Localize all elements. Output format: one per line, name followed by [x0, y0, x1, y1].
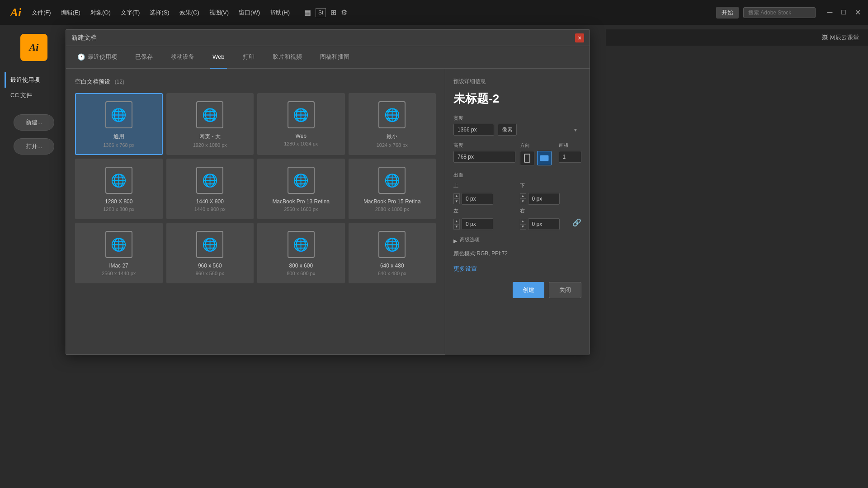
- more-settings-link[interactable]: 更多设置: [453, 265, 581, 273]
- restore-button[interactable]: □: [839, 7, 849, 18]
- menu-edit[interactable]: 编辑(E): [57, 7, 85, 19]
- orientation-buttons: [520, 151, 552, 165]
- bleed-right-down[interactable]: ▼: [520, 224, 526, 230]
- tab-saved[interactable]: 已保存: [133, 46, 155, 69]
- bleed-top-stepper: ▲ ▼: [453, 193, 460, 204]
- bleed-right-up[interactable]: ▲: [520, 219, 526, 224]
- bleed-right-input[interactable]: [528, 218, 560, 230]
- landscape-button[interactable]: [537, 151, 552, 165]
- toolbar-icon-settings[interactable]: ⚙: [341, 8, 347, 17]
- bleed-bottom-up[interactable]: ▲: [520, 193, 526, 199]
- search-input[interactable]: [743, 7, 816, 18]
- preset-item-1440-900[interactable]: 🌐 1440 X 900 1440 x 900 px: [166, 159, 254, 219]
- tab-film[interactable]: 胶片和视频: [270, 46, 304, 69]
- preset-item-mbp15[interactable]: 🌐 MacBook Pro 15 Retina 2880 x 1800 px: [349, 159, 436, 219]
- toolbar-icon-st[interactable]: St: [316, 8, 326, 17]
- preset-item-800-600[interactable]: 🌐 800 x 600 800 x 600 px: [257, 223, 345, 283]
- menu-file[interactable]: 文件(F): [27, 7, 56, 19]
- create-button[interactable]: 创建: [513, 282, 544, 298]
- preset-size-7: 2880 x 1800 px: [375, 206, 409, 212]
- portrait-button[interactable]: [520, 151, 534, 165]
- tab-recent[interactable]: 🕐 最近使用项: [75, 46, 119, 69]
- right-panel: 预设详细信息 未标题-2 宽度 像素 ▼ 高度: [445, 69, 590, 355]
- bleed-right-stepper: ▲ ▼: [520, 219, 526, 230]
- bleed-top-input[interactable]: [462, 193, 493, 205]
- globe-icon-6: 🌐: [202, 173, 218, 188]
- preset-name-9: 960 x 560: [198, 263, 222, 269]
- preset-item-small[interactable]: 🌐 最小 1024 x 768 px: [349, 93, 436, 155]
- preset-item-mbp13[interactable]: 🌐 MacBook Pro 13 Retina 2560 x 1600 px: [257, 159, 345, 219]
- app-logo: Ai: [5, 0, 27, 25]
- preset-item-web-large[interactable]: 🌐 网页 - 大 868 x 488 px: [166, 93, 254, 155]
- preset-item-general[interactable]: 🌐 通用 1366 x 768 px: [75, 93, 163, 155]
- bleed-bottom-input-row: ▲ ▼: [520, 193, 582, 205]
- artboard-input[interactable]: [559, 151, 581, 163]
- link-constrain-icon[interactable]: 🔗: [572, 218, 581, 227]
- width-field-row: 宽度 像素 ▼: [453, 115, 581, 136]
- preset-item-1280-800[interactable]: 🌐 1280 X 800 1280 x 800 px: [75, 159, 163, 219]
- width-input-row: 像素 ▼: [453, 124, 581, 136]
- preset-name-2: Web: [296, 133, 307, 139]
- watermark-bar: 🖼 网辰云课堂: [606, 29, 868, 46]
- bleed-bottom-stepper: ▲ ▼: [520, 193, 526, 204]
- tab-mobile[interactable]: 移动设备: [169, 46, 197, 69]
- direction-label: 方向: [520, 142, 552, 149]
- menu-view[interactable]: 视图(V): [205, 7, 233, 19]
- tab-print[interactable]: 打印: [241, 46, 257, 69]
- content-area: 空白文档预设 (12) 🌐 通用 1366 x 768 px 🌐: [66, 69, 445, 355]
- menu-effect[interactable]: 效果(C): [175, 7, 204, 19]
- new-button[interactable]: 新建...: [14, 114, 54, 131]
- preset-item-web[interactable]: 🌐 Web 1280 x 1024 px: [257, 93, 345, 155]
- menu-window[interactable]: 窗口(W): [234, 7, 264, 19]
- toolbar-icon-1[interactable]: ▦: [304, 8, 311, 17]
- dialog-close-button[interactable]: ×: [575, 33, 584, 42]
- advanced-options-row[interactable]: ▶ 高级选项: [453, 236, 581, 245]
- advanced-label: 高级选项: [460, 236, 480, 243]
- tab-illustration[interactable]: 图稿和插图: [318, 46, 352, 69]
- height-input[interactable]: [453, 151, 515, 163]
- close-window-button[interactable]: ✕: [852, 7, 863, 18]
- menu-text[interactable]: 文字(T): [116, 7, 145, 19]
- panel-doc-title[interactable]: 未标题-2: [453, 91, 581, 107]
- bleed-bottom-down[interactable]: ▼: [520, 199, 526, 204]
- direction-artboard-container: 方向 画板: [520, 142, 582, 172]
- preset-item-640-480[interactable]: 🌐 640 x 480 640 x 480 px: [349, 223, 436, 283]
- unit-select-wrapper: 像素 ▼: [498, 124, 581, 136]
- bleed-left-input[interactable]: [462, 218, 493, 230]
- globe-icon-12: 🌐: [384, 237, 400, 252]
- toolbar-icons: ▦ St ⊞ ⚙: [304, 8, 347, 17]
- bleed-top-down[interactable]: ▼: [453, 199, 460, 204]
- preset-size-8: 2560 x 1440 px: [102, 271, 136, 276]
- watermark-text: 🖼 网辰云课堂: [822, 33, 859, 42]
- clock-icon: 🕐: [77, 53, 85, 61]
- menu-object[interactable]: 对象(O): [86, 7, 115, 19]
- menu-help[interactable]: 帮助(H): [265, 7, 294, 19]
- bleed-bottom-item: 下 ▲ ▼: [520, 182, 582, 205]
- menu-select[interactable]: 选择(S): [145, 7, 174, 19]
- sidebar-item-recent[interactable]: 最近使用项: [5, 72, 63, 88]
- bleed-bottom-input[interactable]: [528, 193, 560, 205]
- width-input[interactable]: [453, 124, 494, 136]
- open-button[interactable]: 打开...: [14, 138, 54, 155]
- bleed-top-up[interactable]: ▲: [453, 193, 460, 199]
- close-button[interactable]: 关闭: [549, 282, 581, 298]
- preset-name-4: 1280 X 800: [105, 198, 132, 205]
- panel-detail-label: 预设详细信息: [453, 78, 581, 85]
- preset-icon-small: 🌐: [378, 101, 406, 128]
- presets-grid: 🌐 通用 1366 x 768 px 🌐 网页 - 大 868 x 488 …: [75, 93, 436, 283]
- bleed-left-up[interactable]: ▲: [453, 219, 460, 224]
- unit-select[interactable]: 像素: [498, 124, 517, 136]
- left-sidebar: Ai 最近使用项 CC 文件 新建... 打开...: [0, 25, 68, 488]
- minimize-button[interactable]: ─: [825, 7, 835, 18]
- bleed-left-down[interactable]: ▼: [453, 224, 460, 230]
- start-button[interactable]: 开始: [716, 7, 739, 19]
- sidebar-item-cc[interactable]: CC 文件: [5, 88, 63, 103]
- toolbar-icon-grid[interactable]: ⊞: [330, 8, 336, 17]
- tab-web[interactable]: Web: [210, 46, 227, 69]
- portrait-icon: [524, 154, 531, 163]
- preset-size-3: 1024 x 768 px: [377, 142, 408, 148]
- height-label: 高度: [453, 142, 515, 149]
- preset-item-960-560[interactable]: 🌐 960 x 560 960 x 560 px: [166, 223, 254, 283]
- preset-item-imac27[interactable]: 🌐 iMac 27 2560 x 1440 px: [75, 223, 163, 283]
- preset-size-0: 1366 x 768 px: [103, 142, 134, 148]
